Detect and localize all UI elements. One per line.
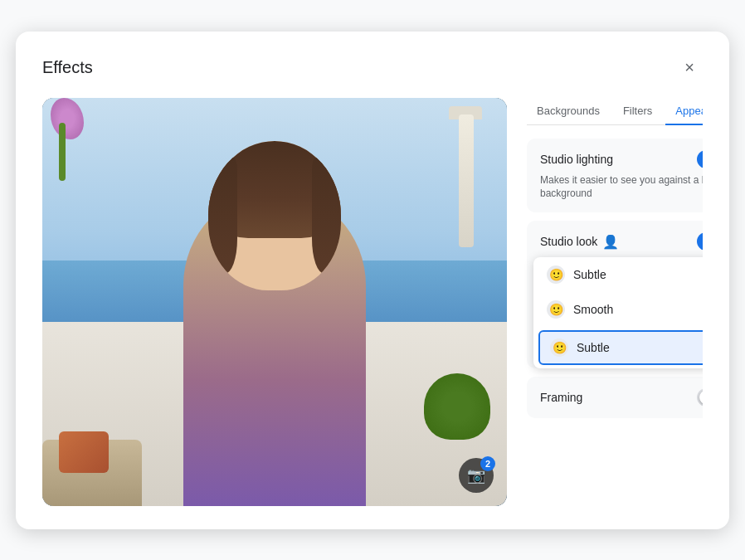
face-icon-subtle1: 🙂 xyxy=(547,265,565,284)
dialog-header: Effects × xyxy=(42,55,703,81)
camera-badge-count: 2 xyxy=(480,456,495,471)
dropdown-item-smooth[interactable]: 🙂 Smooth xyxy=(533,292,703,327)
studio-lighting-toggle[interactable] xyxy=(697,150,703,168)
plant-right xyxy=(424,373,490,456)
person-scene xyxy=(158,98,391,506)
tabs-container: Backgrounds Filters Appearance xyxy=(527,98,703,125)
dropdown-item-subtle-selected[interactable]: 🙂 Subtle ▲ xyxy=(538,330,703,365)
sofa-area xyxy=(42,440,142,506)
flower-bloom xyxy=(51,98,84,139)
framing-label: Framing xyxy=(540,391,582,404)
studio-lighting-description: Makes it easier to see you against a bri… xyxy=(540,173,703,202)
video-panel: 📷 2 xyxy=(42,98,507,506)
flower-stem xyxy=(59,123,66,181)
studio-look-label: Studio look 👤 xyxy=(540,234,619,250)
dialog-body: 📷 2 Backgrounds Filters Appearance Studi… xyxy=(42,98,703,506)
pillow xyxy=(59,431,109,473)
close-button[interactable]: × xyxy=(676,55,703,81)
studio-lighting-card: Studio lighting Makes it easier to see y… xyxy=(527,139,703,213)
face-icon-subtle2: 🙂 xyxy=(550,338,568,357)
studio-look-header: Studio look 👤 xyxy=(527,221,703,257)
person-hair-right xyxy=(312,158,341,274)
person-head xyxy=(208,141,341,290)
studio-look-card: Studio look 👤 🙂 Subtle xyxy=(527,221,703,368)
studio-look-toggle[interactable] xyxy=(697,232,703,251)
tab-filters[interactable]: Filters xyxy=(613,98,662,125)
dropdown-label-smooth: Smooth xyxy=(573,303,613,316)
face-icon-smooth: 🙂 xyxy=(547,300,565,319)
dropdown-item-subtle1[interactable]: 🙂 Subtle xyxy=(533,257,703,292)
dropdown-label-subtle1: Subtle xyxy=(573,268,606,281)
plant-bush xyxy=(424,373,490,440)
video-background: 📷 2 xyxy=(42,98,507,506)
dropdown-list: 🙂 Subtle 🙂 Smooth 🙂 Subtle ▲ xyxy=(533,257,703,368)
tab-appearance[interactable]: Appearance xyxy=(665,98,703,125)
framing-toggle[interactable] xyxy=(697,388,703,407)
toggle-knob-3 xyxy=(699,391,703,404)
studio-lighting-row: Studio lighting xyxy=(540,150,703,168)
dropdown-label-subtle2: Subtle xyxy=(577,341,610,354)
framing-row: Framing xyxy=(540,388,703,407)
right-panel: Backgrounds Filters Appearance Studio li… xyxy=(527,98,703,506)
studio-lighting-label: Studio lighting xyxy=(540,153,613,166)
effects-dialog: Effects × xyxy=(16,32,729,529)
studio-look-dropdown[interactable]: 🙂 Subtle 🙂 Smooth 🙂 Subtle ▲ xyxy=(533,257,703,368)
column-right xyxy=(459,114,474,247)
tab-backgrounds[interactable]: Backgrounds xyxy=(527,98,610,125)
flowers-decoration xyxy=(42,98,109,181)
dialog-title: Effects xyxy=(42,58,93,77)
person-icon: 👤 xyxy=(602,234,619,250)
person-hair-left xyxy=(208,158,237,274)
framing-card: Framing xyxy=(527,377,703,418)
camera-badge[interactable]: 📷 2 xyxy=(459,458,494,493)
